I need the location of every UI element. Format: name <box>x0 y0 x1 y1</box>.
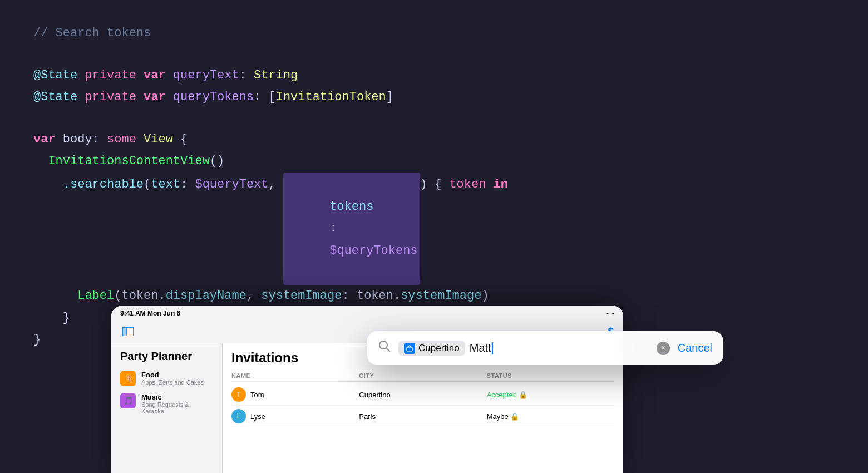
code-line-comment: // Search tokens <box>33 22 835 45</box>
keyword-var-2: var <box>144 86 166 109</box>
code-line-1: @State private var queryText : String <box>33 65 835 87</box>
keyword-var-3: var <box>33 129 56 151</box>
var-dollar-querytext: $queryText <box>195 174 268 196</box>
keyword-private-2: private <box>85 86 136 109</box>
svg-line-4 <box>387 348 390 352</box>
var-querytext: queryText <box>173 65 239 87</box>
keyword-private-1: private <box>85 65 136 87</box>
attribute-1: @State <box>33 65 77 87</box>
cancel-button[interactable]: Cancel <box>678 342 712 354</box>
table-row-lyse[interactable]: L Lyse Paris Maybe 🔒 <box>231 406 614 427</box>
param-tokens: tokens <box>329 200 373 214</box>
status-icons: ▪ ▪ <box>606 310 614 317</box>
sidebar-item-music[interactable]: 🎵 Music Song Requests & Karaoke <box>111 390 222 418</box>
keyword-token: token <box>449 174 486 196</box>
avatar-lyse: L <box>231 409 246 423</box>
food-name: Food <box>141 371 204 379</box>
search-overlay: Cupertino Matt × Cancel <box>367 331 723 365</box>
token-label-cupertino: Cupertino <box>418 343 460 354</box>
city-tom: Cupertino <box>359 391 486 399</box>
name-lyse: Lyse <box>250 412 265 421</box>
food-icon: 🍕 <box>120 371 136 386</box>
comment-text: // Search tokens <box>33 22 151 45</box>
code-line-5: .searchable ( text : $queryText , tokens… <box>33 173 835 285</box>
col-header-name: Name <box>231 372 359 379</box>
svg-rect-0 <box>122 327 126 336</box>
code-line-4: InvitationsContentView () <box>33 150 835 173</box>
search-text-value: Matt <box>470 342 493 355</box>
code-line-empty2 <box>33 109 835 129</box>
method-systemimage: systemImage <box>401 285 481 307</box>
ipad-statusbar: 9:41 AM Mon Jun 6 ▪ ▪ <box>111 306 623 321</box>
method-displayname: displayName <box>166 285 246 307</box>
search-token-cupertino[interactable]: Cupertino <box>398 341 465 356</box>
param-systemimage: systemImage <box>261 285 342 307</box>
keyword-some: some <box>107 129 136 151</box>
search-icon <box>378 340 391 356</box>
table-header: Name City Status <box>231 370 614 382</box>
attribute-2: @State <box>33 86 77 109</box>
search-input-area: Cupertino Matt <box>398 341 649 356</box>
keyword-var-1: var <box>144 65 166 87</box>
var-dollar-querytokens: $queryTokens <box>329 244 417 258</box>
row-name-tom: T Tom <box>231 387 359 402</box>
music-name: Music <box>141 393 213 401</box>
svg-rect-5 <box>407 347 412 351</box>
clear-button[interactable]: × <box>657 342 670 355</box>
col-header-city: City <box>359 372 486 379</box>
text-cursor <box>492 342 493 354</box>
func-label: Label <box>77 285 114 307</box>
code-line-2: @State private var queryTokens : [ Invit… <box>33 86 835 109</box>
city-lyse: Paris <box>359 412 486 421</box>
param-text: text <box>151 174 180 196</box>
sidebar-title: Party Planner <box>111 348 222 367</box>
music-sub: Song Requests & Karaoke <box>141 401 213 415</box>
status-lyse: Maybe 🔒 <box>487 412 614 421</box>
keyword-in: in <box>494 174 508 196</box>
token-city-icon <box>404 343 415 354</box>
func-invitations: InvitationsContentView <box>48 150 209 173</box>
battery-icon: ▪ <box>606 310 609 317</box>
status-tom: Accepted 🔒 <box>487 391 614 399</box>
col-header-status: Status <box>487 372 614 379</box>
code-line-empty <box>33 45 835 65</box>
name-tom: Tom <box>250 391 264 399</box>
token-highlight-tokens: tokens : $queryTokens <box>283 173 420 285</box>
sidebar-toggle-icon[interactable] <box>120 324 136 339</box>
music-icon: 🎵 <box>120 393 136 408</box>
row-name-lyse: L Lyse <box>231 409 359 423</box>
table-row-tom[interactable]: T Tom Cupertino Accepted 🔒 <box>231 384 614 406</box>
type-string: String <box>254 65 298 87</box>
ipad-sidebar: Party Planner 🍕 Food Apps, Zerts and Cak… <box>111 343 223 473</box>
sidebar-item-food[interactable]: 🍕 Food Apps, Zerts and Cakes <box>111 367 222 390</box>
status-time: 9:41 AM Mon Jun 6 <box>120 309 180 317</box>
code-line-6: Label (token. displayName , systemImage … <box>33 285 835 307</box>
food-sub: Apps, Zerts and Cakes <box>141 379 204 386</box>
wifi-icon: ▪ <box>612 310 614 317</box>
var-querytokens: queryTokens <box>173 86 254 109</box>
type-view: View <box>144 129 173 151</box>
type-invitationtoken: InvitationToken <box>276 86 386 109</box>
avatar-tom: T <box>231 387 246 402</box>
code-line-3: var body: some View { <box>33 129 835 151</box>
method-searchable: .searchable <box>63 174 144 196</box>
